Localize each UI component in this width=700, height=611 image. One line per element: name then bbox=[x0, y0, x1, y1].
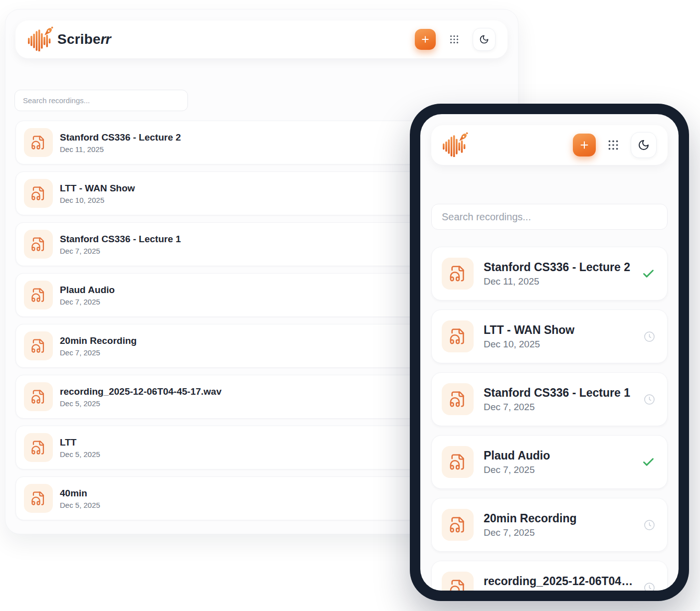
audio-file-chip bbox=[24, 128, 53, 157]
apps-grid-button[interactable] bbox=[606, 138, 621, 153]
file-audio-icon bbox=[449, 579, 466, 591]
recording-date: Dec 10, 2025 bbox=[484, 339, 634, 350]
waveform-logo-icon bbox=[442, 133, 466, 157]
file-audio-icon bbox=[449, 391, 466, 408]
audio-file-chip bbox=[24, 484, 53, 513]
apps-grid-button[interactable] bbox=[447, 32, 462, 47]
file-audio-icon bbox=[31, 440, 46, 455]
waveform-logo-icon bbox=[27, 27, 51, 51]
recording-meta: Plaud Audio Dec 7, 2025 bbox=[484, 449, 632, 475]
header-actions bbox=[573, 132, 657, 158]
moon-icon bbox=[479, 34, 489, 44]
completed-check-icon bbox=[642, 456, 655, 469]
app-title-script: rr bbox=[101, 31, 111, 47]
phone-header bbox=[431, 125, 668, 165]
recording-title: recording_2025-12-06T04-45-17.wav bbox=[484, 575, 634, 588]
recording-date: Dec 7, 2025 bbox=[484, 527, 634, 538]
file-audio-icon bbox=[31, 338, 46, 353]
recording-meta: Stanford CS336 - Lecture 2 Dec 11, 2025 bbox=[484, 261, 632, 287]
file-audio-icon bbox=[449, 516, 466, 533]
recording-title: Stanford CS336 - Lecture 2 bbox=[484, 261, 632, 274]
new-recording-button[interactable] bbox=[415, 29, 436, 50]
audio-file-chip bbox=[442, 509, 474, 541]
file-audio-icon bbox=[31, 491, 46, 506]
file-audio-icon bbox=[31, 237, 46, 252]
audio-file-chip bbox=[24, 331, 53, 360]
recording-date: Dec 11, 2025 bbox=[484, 276, 632, 287]
recording-meta: LTT - WAN Show Dec 10, 2025 bbox=[484, 323, 634, 350]
recording-title: Plaud Audio bbox=[484, 449, 632, 462]
audio-file-chip bbox=[24, 382, 53, 411]
phone-screen: Stanford CS336 - Lecture 2 Dec 11, 2025 bbox=[420, 114, 679, 591]
new-recording-button[interactable] bbox=[573, 134, 596, 156]
audio-file-chip bbox=[442, 258, 474, 290]
recording-meta: 20min Recording Dec 7, 2025 bbox=[484, 512, 634, 538]
recording-card[interactable]: Stanford CS336 - Lecture 2 Dec 11, 2025 bbox=[431, 247, 668, 301]
app-logo: Scriberr bbox=[27, 27, 111, 51]
audio-file-chip bbox=[442, 446, 474, 478]
file-audio-icon bbox=[31, 389, 46, 404]
file-audio-icon bbox=[449, 454, 466, 470]
plus-icon bbox=[420, 34, 430, 44]
audio-file-chip bbox=[24, 281, 53, 309]
pen-nib-icon bbox=[457, 131, 470, 144]
audio-file-chip bbox=[24, 433, 53, 462]
moon-icon bbox=[638, 139, 650, 151]
audio-file-chip bbox=[442, 383, 474, 415]
processing-clock-icon bbox=[644, 331, 655, 342]
recordings-list: Stanford CS336 - Lecture 2 Dec 11, 2025 bbox=[431, 247, 668, 591]
audio-file-chip bbox=[24, 179, 53, 208]
app-title-main: Scribe bbox=[57, 31, 101, 47]
completed-check-icon bbox=[642, 267, 655, 281]
file-audio-icon bbox=[449, 265, 466, 282]
recording-meta: recording_2025-12-06T04-45-17.wav Dec 5,… bbox=[484, 575, 634, 591]
file-audio-icon bbox=[31, 186, 46, 201]
recording-card[interactable]: recording_2025-12-06T04-45-17.wav Dec 5,… bbox=[431, 561, 668, 591]
recording-title: 20min Recording bbox=[484, 512, 634, 525]
processing-clock-icon bbox=[644, 394, 655, 405]
processing-clock-icon bbox=[644, 582, 655, 591]
grid-dots-icon bbox=[607, 139, 620, 152]
recording-date: Dec 7, 2025 bbox=[484, 464, 632, 475]
header-actions bbox=[415, 28, 496, 51]
plus-icon bbox=[579, 140, 590, 151]
dark-mode-toggle-button[interactable] bbox=[631, 132, 657, 158]
desktop-header: Scriberr bbox=[15, 20, 508, 58]
search-input[interactable] bbox=[431, 204, 668, 230]
recording-card[interactable]: 20min Recording Dec 7, 2025 bbox=[431, 498, 668, 552]
dark-mode-toggle-button[interactable] bbox=[473, 28, 496, 51]
audio-file-chip bbox=[24, 230, 53, 259]
search-input[interactable] bbox=[14, 90, 188, 111]
audio-file-chip bbox=[442, 572, 474, 591]
file-audio-icon bbox=[449, 328, 466, 345]
app-title: Scriberr bbox=[57, 31, 111, 47]
pen-nib-icon bbox=[42, 25, 55, 38]
recording-meta: Stanford CS336 - Lecture 1 Dec 7, 2025 bbox=[484, 386, 634, 413]
file-audio-icon bbox=[31, 135, 46, 150]
recording-card[interactable]: LTT - WAN Show Dec 10, 2025 bbox=[431, 309, 668, 363]
recording-card[interactable]: Plaud Audio Dec 7, 2025 bbox=[431, 435, 668, 489]
file-audio-icon bbox=[31, 288, 46, 303]
audio-file-chip bbox=[442, 320, 474, 352]
processing-clock-icon bbox=[644, 519, 655, 531]
recording-date: Dec 5, 2025 bbox=[484, 590, 634, 591]
grid-dots-icon bbox=[449, 34, 460, 45]
recording-card[interactable]: Stanford CS336 - Lecture 1 Dec 7, 2025 bbox=[431, 372, 668, 426]
phone-mockup: Stanford CS336 - Lecture 2 Dec 11, 2025 bbox=[410, 104, 689, 601]
page: Scriberr bbox=[0, 0, 700, 611]
recording-title: LTT - WAN Show bbox=[484, 323, 634, 337]
recording-title: Stanford CS336 - Lecture 1 bbox=[484, 386, 634, 400]
recording-date: Dec 7, 2025 bbox=[484, 402, 634, 413]
